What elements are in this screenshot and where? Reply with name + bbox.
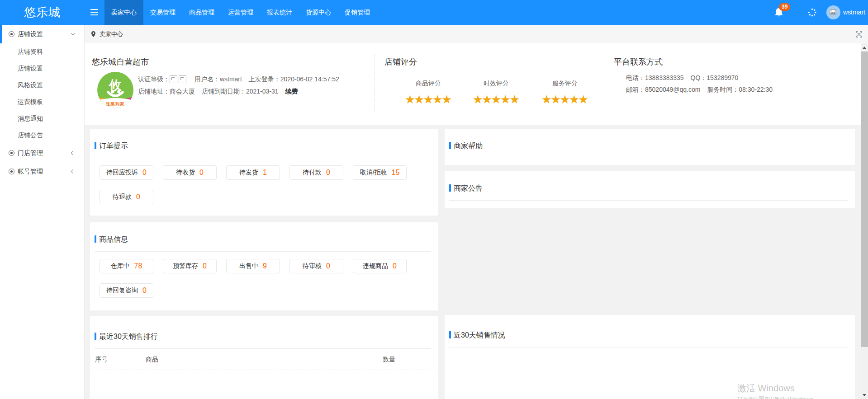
shop-info-block: 悠乐城自营超市 送菜到家 攸: [85, 43, 375, 125]
col-goods: 商品: [146, 349, 383, 370]
sidebar: 店铺设置 店铺资料 店铺设置 风格设置 运费模板 消息通知 店铺公告 门店管理 …: [0, 25, 85, 399]
contact-title: 平台联系方式: [614, 57, 663, 66]
card-header: 商品信息: [95, 222, 431, 252]
right-column: 商家帮助 商家公告 近30天销售情况: [445, 129, 855, 399]
shop-info-lines: 认证等级： 用户名：wstmart 上次登录：2020-06-02 14:57:…: [138, 75, 344, 99]
goods-info-card: 商品信息 仓库中78 预警库存0 出售中9 待审核0 违规商品0 待回复咨询0: [90, 222, 438, 310]
rating-service: 服务评分 ★★★★★: [531, 80, 599, 105]
sidebar-item-style-settings[interactable]: 风格设置: [0, 77, 84, 94]
star-rating: ★★★★★: [461, 94, 530, 105]
cert-badge-icon: [179, 75, 186, 83]
nav-tab-trade[interactable]: 交易管理: [143, 0, 182, 25]
breadcrumb-label: 卖家中心: [100, 31, 123, 38]
sidebar-item-message-notify[interactable]: 消息通知: [0, 110, 84, 127]
shop-name: 悠乐城自营超市: [92, 57, 149, 66]
chevron-left-icon: [71, 169, 76, 174]
scrollbar-thumb[interactable]: [861, 52, 868, 347]
accent-bar: [95, 142, 96, 149]
nav-tab-seller-center[interactable]: 卖家中心: [104, 0, 143, 25]
star-rating: ★★★★★: [530, 94, 599, 105]
col-index: 序号: [95, 349, 146, 370]
username-label[interactable]: wstmart: [843, 0, 865, 25]
star-rating: ★★★★★: [393, 94, 462, 105]
stat-low-stock[interactable]: 预警库存0: [163, 259, 217, 273]
radio-icon: [9, 169, 14, 174]
logo-glyph: 攸: [109, 78, 122, 92]
radio-icon: [9, 31, 14, 37]
stat-to-receive[interactable]: 待收货0: [163, 165, 217, 180]
sidebar-item-freight-template[interactable]: 运费模板: [0, 94, 84, 110]
card-header: 商家公告: [449, 171, 848, 201]
shop-rating-block: 店铺评分 商品评分 ★★★★★ 时效评分 ★★★★★ 服务评分 ★★★★★: [375, 43, 605, 125]
sidebar-group-shop-settings[interactable]: 店铺设置: [0, 25, 84, 43]
sidebar-submenu: 店铺资料 店铺设置 风格设置 运费模板 消息通知 店铺公告: [0, 43, 84, 144]
hamburger-menu-icon[interactable]: [90, 9, 98, 15]
stat-in-warehouse[interactable]: 仓库中78: [100, 259, 153, 273]
email-field: 邮箱：85020049@qq.com: [626, 86, 700, 93]
stat-to-ship[interactable]: 待发货1: [226, 165, 280, 180]
rating-timeliness: 时效评分 ★★★★★: [462, 80, 530, 105]
chevron-down-icon: [71, 31, 76, 36]
username-field: 用户名：wstmart: [194, 75, 242, 83]
card-header: 近30天销售情况: [449, 315, 848, 347]
accent-bar: [449, 331, 451, 338]
sidebar-group-account-management[interactable]: 帐号管理: [0, 162, 84, 181]
nav-tab-report[interactable]: 报表统计: [260, 0, 299, 25]
notification-badge[interactable]: 39: [779, 3, 790, 11]
goods-stats-row: 仓库中78 预警库存0 出售中9 待审核0 违规商品0: [90, 252, 438, 273]
location-pin-icon: [91, 26, 95, 44]
windows-activation-watermark: 激活 Windows 转到“设置”以激活 Windows: [737, 382, 813, 399]
card-header: 最近30天销售排行: [95, 316, 431, 349]
scroll-down-arrow[interactable]: [861, 391, 868, 399]
rank-table-header: 序号 商品 数量: [95, 349, 433, 370]
radio-icon: [9, 150, 14, 156]
shop-logo: 送菜到家 攸: [97, 72, 133, 108]
stat-pending-review[interactable]: 待审核0: [289, 259, 343, 273]
stat-pending-complaint[interactable]: 待回应投诉0: [100, 165, 153, 180]
cert-level: 认证等级：: [138, 75, 188, 83]
stat-cancelled[interactable]: 取消/拒收15: [353, 165, 407, 180]
user-avatar[interactable]: [826, 5, 840, 19]
nav-tab-promotion[interactable]: 促销管理: [338, 0, 377, 25]
stat-on-sale[interactable]: 出售中9: [226, 259, 280, 273]
fullscreen-expand-icon[interactable]: [855, 31, 863, 38]
dashed-divider: [857, 54, 857, 112]
stat-to-pay[interactable]: 待付款0: [289, 165, 343, 180]
breadcrumb: 卖家中心: [91, 25, 123, 43]
goods-stats-row: 待回复咨询0: [90, 273, 438, 298]
app-logo: 悠乐城: [0, 0, 85, 25]
stat-violation[interactable]: 违规商品0: [353, 259, 407, 273]
last-login-field: 上次登录：2020-06-02 14:57:52: [249, 75, 339, 83]
main-area: 卖家中心 悠乐城自营超市: [85, 25, 868, 399]
qq-field: QQ：153289970: [691, 74, 739, 81]
order-stats-row: 待回应投诉0 待收货0 待发货1 待付款0 取消/拒收15: [90, 158, 438, 180]
sidebar-item-shop-settings[interactable]: 店铺设置: [0, 60, 84, 77]
content-body: 悠乐城自营超市 送菜到家 攸: [85, 43, 868, 399]
top-header: 悠乐城 卖家中心 交易管理 商品管理 运营管理 报表统计 货源中心 促销管理 3…: [0, 0, 868, 25]
stat-to-refund[interactable]: 待退款0: [100, 190, 153, 204]
breadcrumb-bar: 卖家中心: [85, 25, 868, 43]
phone-field: 电话：13883383335: [626, 74, 684, 81]
card-header: 订单提示: [95, 129, 431, 158]
rating-title: 店铺评分: [384, 57, 417, 66]
chevron-left-icon: [71, 151, 76, 155]
rating-goods: 商品评分 ★★★★★: [394, 80, 462, 105]
nav-tab-goods[interactable]: 商品管理: [182, 0, 221, 25]
scroll-up-arrow[interactable]: [861, 44, 868, 52]
order-tips-card: 订单提示 待回应投诉0 待收货0 待发货1 待付款0 取消/拒收15 待退款0: [90, 129, 438, 216]
top-nav: 卖家中心 交易管理 商品管理 运营管理 报表统计 货源中心 促销管理: [104, 0, 377, 25]
nav-tab-operation[interactable]: 运营管理: [221, 0, 260, 25]
vertical-scrollbar[interactable]: [861, 44, 868, 399]
accent-bar: [449, 142, 451, 149]
stat-pending-consult[interactable]: 待回复咨询0: [100, 283, 153, 298]
refresh-spinner-icon[interactable]: [808, 8, 816, 17]
shop-profile-panel: 悠乐城自营超市 送菜到家 攸: [85, 43, 861, 125]
cert-badge-icon: [170, 75, 177, 83]
sidebar-item-shop-announcement[interactable]: 店铺公告: [0, 127, 84, 144]
sidebar-item-shop-profile[interactable]: 店铺资料: [0, 43, 84, 60]
sales-rank-card: 最近30天销售排行 序号 商品 数量: [90, 316, 438, 399]
order-stats-row: 待退款0: [90, 180, 438, 204]
sidebar-group-store-management[interactable]: 门店管理: [0, 144, 84, 162]
nav-tab-supply[interactable]: 货源中心: [299, 0, 338, 25]
renew-link[interactable]: 续费: [285, 88, 298, 95]
